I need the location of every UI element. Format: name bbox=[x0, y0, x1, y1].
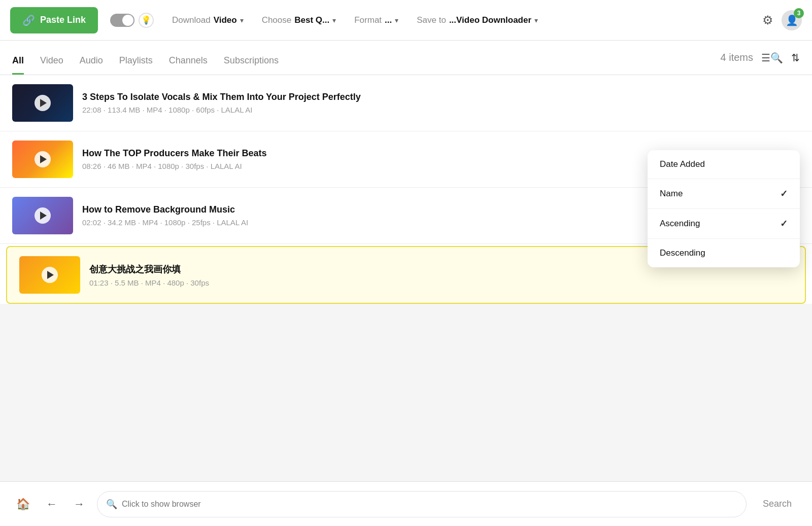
thumbnail bbox=[19, 256, 80, 294]
format-caret-icon: ▾ bbox=[395, 16, 398, 24]
avatar-badge: 3 bbox=[794, 8, 804, 18]
thumb-beats bbox=[12, 141, 73, 178]
play-triangle-icon bbox=[47, 271, 54, 279]
tabs-list: All Video Audio Playlists Channels Subsc… bbox=[12, 41, 279, 75]
content-area: 3 Steps To Isolate Vocals & Mix Them Int… bbox=[0, 75, 812, 304]
play-btn-circle bbox=[35, 207, 51, 224]
sort-button[interactable]: ⇅ bbox=[791, 52, 800, 64]
play-triangle-icon bbox=[40, 155, 47, 163]
video-meta: 22:08 · 113.4 MB · MP4 · 1080p · 60fps ·… bbox=[82, 106, 800, 114]
tab-audio[interactable]: Audio bbox=[80, 55, 103, 75]
play-overlay bbox=[19, 256, 80, 294]
video-title: 3 Steps To Isolate Vocals & Mix Them Int… bbox=[82, 92, 800, 102]
toolbar: 🔗 Paste Link 💡 Download Video ▾ Choose B… bbox=[0, 0, 812, 41]
play-btn-circle bbox=[35, 95, 51, 111]
forward-button[interactable]: → bbox=[70, 494, 89, 515]
saveto-caret-icon: ▾ bbox=[534, 16, 538, 24]
sort-ascending[interactable]: Ascending ✓ bbox=[648, 209, 800, 239]
format-label: Format bbox=[354, 15, 382, 25]
browser-input-wrap: 🔍 bbox=[97, 491, 747, 517]
sort-date-added-label: Date Added bbox=[660, 159, 705, 169]
home-button[interactable]: 🏠 bbox=[12, 494, 34, 515]
tabs-bar: All Video Audio Playlists Channels Subsc… bbox=[0, 41, 812, 75]
back-button[interactable]: ← bbox=[42, 494, 61, 515]
sort-ascending-label: Ascending bbox=[660, 219, 700, 229]
save-value: ...Video Downloader bbox=[449, 15, 531, 25]
search-button[interactable]: Search bbox=[755, 499, 800, 509]
download-button[interactable]: Download Video ▾ bbox=[166, 11, 250, 29]
sort-descending-label: Descending bbox=[660, 248, 705, 258]
tab-subscriptions[interactable]: Subscriptions bbox=[224, 55, 279, 75]
tab-channels[interactable]: Channels bbox=[169, 55, 208, 75]
thumb-chinese bbox=[19, 256, 80, 294]
sort-dropdown: Date Added Name ✓ Ascending ✓ Descending bbox=[648, 150, 800, 267]
link-icon: 🔗 bbox=[22, 14, 35, 26]
play-overlay bbox=[12, 141, 73, 178]
items-count: 4 items bbox=[721, 52, 753, 63]
quality-caret-icon: ▾ bbox=[332, 16, 336, 24]
quality-button[interactable]: Choose Best Q... ▾ bbox=[256, 11, 343, 29]
sort-name[interactable]: Name ✓ bbox=[648, 179, 800, 209]
bulb-icon: 💡 bbox=[139, 13, 154, 28]
paste-link-label: Paste Link bbox=[40, 15, 86, 25]
play-triangle-icon bbox=[40, 99, 47, 107]
list-search-button[interactable]: ☰🔍 bbox=[761, 52, 783, 64]
tabs-right: 4 items ☰🔍 ⇅ bbox=[721, 52, 800, 64]
format-button[interactable]: Format ... ▾ bbox=[348, 11, 404, 29]
toggle-area: 💡 bbox=[110, 13, 154, 28]
sort-date-added[interactable]: Date Added bbox=[648, 150, 800, 179]
choose-value: Best Q... bbox=[294, 15, 329, 25]
tab-all[interactable]: All bbox=[12, 55, 24, 75]
play-overlay bbox=[12, 197, 73, 234]
video-info: 3 Steps To Isolate Vocals & Mix Them Int… bbox=[82, 92, 800, 114]
video-item[interactable]: 3 Steps To Isolate Vocals & Mix Them Int… bbox=[0, 75, 812, 131]
thumbnail bbox=[12, 84, 73, 122]
sort-name-label: Name bbox=[660, 189, 683, 199]
bottom-bar: 🏠 ← → 🔍 Search bbox=[0, 481, 812, 526]
thumb-vocal bbox=[12, 84, 73, 122]
toggle-switch[interactable] bbox=[110, 14, 134, 27]
download-caret-icon: ▾ bbox=[240, 16, 244, 24]
choose-label: Choose bbox=[262, 15, 292, 25]
paste-link-button[interactable]: 🔗 Paste Link bbox=[10, 7, 98, 33]
play-btn-circle bbox=[42, 267, 58, 283]
sort-ascending-check-icon: ✓ bbox=[780, 218, 788, 229]
toolbar-right: ⚙ 👤 3 bbox=[762, 10, 802, 30]
thumbnail bbox=[12, 141, 73, 178]
play-btn-circle bbox=[35, 151, 51, 167]
saveto-button[interactable]: Save to ...Video Downloader ▾ bbox=[411, 11, 544, 29]
thumb-bg bbox=[12, 197, 73, 234]
browser-input[interactable] bbox=[97, 491, 747, 517]
settings-button[interactable]: ⚙ bbox=[762, 13, 773, 27]
sort-descending[interactable]: Descending bbox=[648, 239, 800, 267]
save-label: Save to bbox=[417, 15, 446, 25]
tab-playlists[interactable]: Playlists bbox=[119, 55, 153, 75]
format-value: ... bbox=[385, 15, 392, 25]
download-label: Download bbox=[172, 15, 211, 25]
video-meta: 01:23 · 5.5 MB · MP4 · 480p · 30fps bbox=[89, 278, 793, 287]
sort-name-check-icon: ✓ bbox=[780, 188, 788, 199]
tab-video[interactable]: Video bbox=[40, 55, 63, 75]
play-triangle-icon bbox=[40, 212, 47, 220]
thumbnail bbox=[12, 197, 73, 234]
download-value: Video bbox=[214, 15, 237, 25]
avatar-button[interactable]: 👤 3 bbox=[782, 10, 802, 30]
play-overlay bbox=[12, 84, 73, 122]
